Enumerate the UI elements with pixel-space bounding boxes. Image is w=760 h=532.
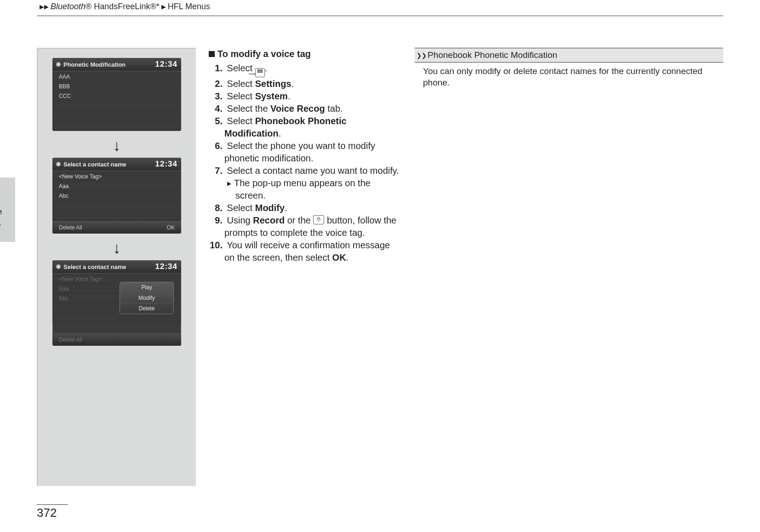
back-icon	[56, 62, 61, 67]
step: Select a contact name you want to modify…	[209, 165, 402, 202]
divider	[37, 16, 723, 16]
screen-phonetic-modification: Phonetic Modification 12:34 AAA BBB CCC	[52, 58, 181, 131]
list-item: AAA	[52, 72, 181, 82]
popup-menu: Play Modify Delete	[120, 282, 174, 314]
section-title: To modify a voice tag	[217, 49, 311, 59]
delete-all-button: Delete All	[59, 224, 82, 231]
list-item: <New Voice Tag>	[52, 172, 181, 182]
step: Select the phone you want to modify phon…	[209, 140, 402, 165]
arrow-down-icon: ↓	[113, 240, 121, 256]
section-tab: Features	[0, 177, 15, 242]
list-item: CCC	[52, 92, 181, 101]
list-item: Aaa	[52, 182, 181, 191]
step: Select Modify.	[209, 202, 402, 214]
step: Select the Voice Recog tab.	[209, 103, 402, 115]
popup-delete: Delete	[120, 303, 173, 314]
clock: 12:34	[155, 60, 177, 69]
page-number: 372	[37, 504, 68, 520]
list-item	[52, 211, 181, 220]
screen-contact-popup: Select a contact name 12:34 <New Voice T…	[52, 260, 181, 346]
popup-modify: Modify	[120, 293, 173, 303]
breadcrumb-seg2: HFL Menus	[168, 2, 210, 11]
list-item	[52, 120, 181, 130]
clock: 12:34	[155, 262, 177, 271]
step: Select System.	[209, 90, 402, 103]
arrow-down-icon: ↓	[113, 137, 121, 153]
step: Select Settings.	[209, 78, 402, 90]
note-title: Phonebook Phonetic Modification	[428, 50, 557, 60]
list-item	[52, 313, 181, 323]
screen-title: Select a contact name	[63, 161, 126, 168]
list-item: BBB	[52, 82, 181, 92]
chevron-right-icon: ▶	[161, 3, 166, 10]
back-icon	[56, 264, 61, 269]
chevron-right-icon: ▶▶	[40, 3, 49, 10]
double-chevron-icon: ❯❯	[417, 52, 427, 59]
breadcrumb: ▶▶ Bluetooth® HandsFreeLink®* ▶ HFL Menu…	[40, 2, 210, 11]
screen-select-contact: Select a contact name 12:34 <New Voice T…	[52, 158, 181, 234]
note-heading: ❯❯Phonebook Phonetic Modification	[415, 48, 723, 63]
back-icon	[56, 162, 61, 166]
step-sub: The pop-up menu appears on the screen.	[224, 177, 402, 202]
popup-play: Play	[120, 282, 173, 293]
talk-icon	[313, 215, 324, 224]
breadcrumb-seg1b: ® HandsFreeLink®*	[86, 2, 160, 11]
screenshot-column: Phonetic Modification 12:34 AAA BBB CCC …	[37, 48, 196, 486]
screen-title: Select a contact name	[63, 263, 126, 270]
step: Using Record or the button, follow the p…	[209, 214, 402, 239]
square-bullet-icon	[209, 51, 215, 57]
steps-list: Select HOME. Select Settings. Select Sys…	[209, 62, 402, 264]
instructions-column: To modify a voice tag Select HOME. Selec…	[209, 48, 402, 486]
list-item	[52, 111, 181, 120]
home-icon: HOME	[255, 68, 265, 77]
section-tab-label: Features	[0, 210, 3, 242]
step: Select HOME.	[209, 62, 402, 78]
breadcrumb-seg1a: Bluetooth	[51, 2, 86, 11]
list-item	[52, 201, 181, 211]
ok-button: OK	[167, 224, 175, 231]
list-item: Abc	[52, 191, 181, 201]
delete-all-button: Delete All	[59, 337, 82, 343]
screen-title: Phonetic Modification	[63, 61, 126, 68]
section-heading: To modify a voice tag	[209, 48, 402, 60]
step: You will receive a confirmation message …	[209, 239, 402, 264]
clock: 12:34	[155, 160, 177, 169]
note-column: ❯❯Phonebook Phonetic Modification You ca…	[415, 48, 723, 486]
list-item	[52, 101, 181, 111]
note-body: You can only modify or delete contact na…	[415, 63, 723, 89]
step: Select Phonebook Phonetic Modification.	[209, 115, 402, 140]
